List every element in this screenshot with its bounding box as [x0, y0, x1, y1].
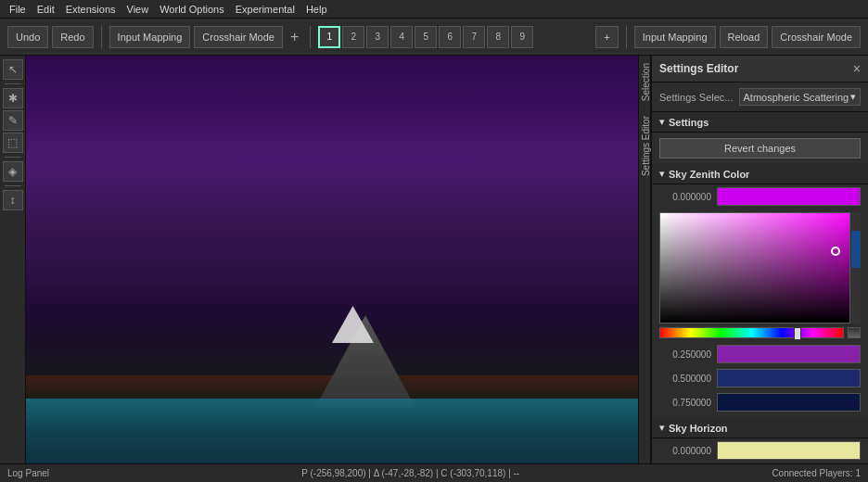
- menu-bar: File Edit Extensions View World Options …: [0, 0, 868, 19]
- horizon-value-0: 0.000000: [659, 446, 711, 456]
- zenith-color-row-2: 0.500000: [652, 366, 868, 390]
- slot-6[interactable]: 6: [439, 26, 461, 48]
- gradient-black-overlay: [660, 213, 860, 323]
- zenith-value-2: 0.500000: [659, 374, 711, 384]
- input-mapping-button[interactable]: Input Mapping: [109, 26, 191, 48]
- viewport[interactable]: [26, 56, 638, 463]
- menu-view[interactable]: View: [121, 4, 155, 15]
- tool-separator-1: [5, 83, 21, 84]
- zenith-swatch-2[interactable]: [717, 369, 861, 387]
- settings-panel: Settings Editor × Settings Selec... Atmo…: [651, 56, 868, 463]
- tool-brush[interactable]: ✱: [3, 88, 23, 108]
- mountain-snow: [312, 306, 395, 343]
- position-info: P (-256,98,200) | Δ (-47,-28,-82) | C (-…: [301, 468, 519, 478]
- menu-world-options[interactable]: World Options: [154, 4, 230, 15]
- hue-thumb: [794, 327, 801, 340]
- slot-3[interactable]: 3: [366, 26, 389, 48]
- settings-content: ▾ Settings Revert changes ▾ Sky Zenith C…: [652, 112, 868, 463]
- section-expand-icon: ▾: [659, 116, 665, 128]
- menu-edit[interactable]: Edit: [32, 4, 60, 15]
- slot-4[interactable]: 4: [390, 26, 413, 48]
- menu-experimental[interactable]: Experimental: [230, 4, 300, 15]
- main-content: ↖ ✱ ✎ ⬚ ◈ ↕ Selection Settings Editor: [0, 56, 868, 463]
- menu-help[interactable]: Help: [300, 4, 333, 15]
- color-picker-scrollbar[interactable]: [849, 212, 861, 323]
- revert-button[interactable]: Revert changes: [659, 138, 861, 159]
- color-cursor[interactable]: [831, 247, 840, 256]
- dropdown-arrow-icon: ▾: [850, 91, 856, 103]
- slot-container: 1 2 3 4 5 6 7 8 9: [318, 26, 533, 48]
- log-panel-label: Log Panel: [7, 468, 49, 478]
- slot-1[interactable]: 1: [318, 26, 340, 48]
- tool-resize[interactable]: ↕: [3, 190, 23, 210]
- tool-area[interactable]: ⬚: [3, 133, 23, 153]
- scene-background: [26, 56, 638, 463]
- slot-5[interactable]: 5: [415, 26, 437, 48]
- tool-separator-2: [5, 157, 21, 158]
- toolbar-separator-2: [310, 26, 311, 48]
- toolbar-separator-1: [101, 26, 102, 48]
- tool-place[interactable]: ◈: [3, 161, 23, 182]
- tab-settings-editor[interactable]: Settings Editor: [639, 108, 650, 184]
- scroll-thumb: [851, 231, 861, 268]
- crosshair-mode-button[interactable]: Crosshair Mode: [194, 26, 283, 48]
- left-toolbar: ↖ ✱ ✎ ⬚ ◈ ↕: [0, 56, 26, 463]
- add-button[interactable]: +: [287, 29, 302, 45]
- settings-selector-label: Settings Selec...: [659, 92, 734, 103]
- color-picker-area: [659, 212, 861, 323]
- zenith-expand-icon: ▾: [659, 168, 665, 180]
- settings-close-button[interactable]: ×: [853, 61, 861, 76]
- menu-extensions[interactable]: Extensions: [60, 4, 121, 15]
- zenith-value-0: 0.000000: [659, 192, 711, 202]
- water-layer: [26, 399, 638, 463]
- tab-selection[interactable]: Selection: [639, 56, 650, 108]
- slot-7[interactable]: 7: [463, 26, 485, 48]
- alpha-slider[interactable]: [848, 327, 861, 338]
- horizon-color-row-1: 0.171875: [652, 463, 868, 463]
- connected-players: Connected Players: 1: [772, 468, 861, 478]
- hue-slider[interactable]: [659, 327, 844, 338]
- zenith-color-row-0: 0.000000: [652, 184, 868, 209]
- right-panel-tabs: Selection Settings Editor: [638, 56, 651, 463]
- slot-2[interactable]: 2: [342, 26, 364, 48]
- sky-zenith-title: Sky Zenith Color: [669, 169, 749, 180]
- zenith-color-row-1: 0.250000: [652, 342, 868, 366]
- settings-selector-row: Settings Selec... Atmospheric Scattering…: [652, 82, 868, 112]
- sky-zenith-section-header: ▾ Sky Zenith Color: [652, 164, 868, 184]
- undo-button[interactable]: Undo: [7, 26, 48, 48]
- horizon-swatch-0[interactable]: [717, 441, 861, 460]
- settings-section-header: ▾ Settings: [652, 112, 868, 133]
- status-bar: Log Panel P (-256,98,200) | Δ (-47,-28,-…: [0, 463, 868, 482]
- sky-horizon-title: Sky Horizon: [669, 423, 728, 434]
- redo-button[interactable]: Redo: [52, 26, 93, 48]
- input-mapping2-button[interactable]: Input Mapping: [634, 26, 716, 48]
- zenith-swatch-0[interactable]: [717, 187, 861, 206]
- tool-pencil[interactable]: ✎: [3, 110, 23, 131]
- color-gradient[interactable]: [659, 212, 861, 323]
- reload-button[interactable]: Reload: [720, 26, 769, 48]
- menu-file[interactable]: File: [4, 4, 32, 15]
- slot-8[interactable]: 8: [487, 26, 509, 48]
- tool-select[interactable]: ↖: [3, 59, 23, 80]
- zenith-swatch-1[interactable]: [717, 345, 861, 363]
- toolbar-separator-3: [626, 26, 627, 48]
- zenith-value-1: 0.250000: [659, 349, 711, 360]
- settings-selector-dropdown[interactable]: Atmospheric Scattering ▾: [739, 88, 862, 106]
- horizon-expand-icon: ▾: [659, 422, 665, 434]
- zenith-color-row-3: 0.750000: [652, 390, 868, 414]
- settings-section-title: Settings: [669, 117, 708, 128]
- hue-slider-row: [659, 327, 861, 338]
- zenith-value-3: 0.750000: [659, 398, 711, 408]
- crosshair-mode2-button[interactable]: Crosshair Mode: [772, 26, 861, 48]
- zenith-swatch-3[interactable]: [717, 393, 861, 412]
- slot-9[interactable]: 9: [511, 26, 533, 48]
- plus-right-button[interactable]: +: [595, 26, 618, 48]
- toolbar: Undo Redo Input Mapping Crosshair Mode +…: [0, 19, 868, 56]
- horizon-color-row-0: 0.000000: [652, 438, 868, 463]
- tool-separator-3: [5, 185, 21, 186]
- settings-panel-header: Settings Editor ×: [652, 56, 868, 82]
- settings-panel-title: Settings Editor: [659, 62, 738, 75]
- sky-horizon-section-header: ▾ Sky Horizon: [652, 418, 868, 438]
